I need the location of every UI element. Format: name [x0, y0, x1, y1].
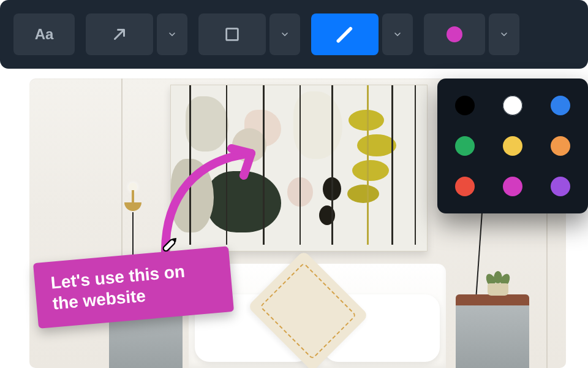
color-swatch-black[interactable] [455, 96, 475, 115]
annotation-text: Let's use this on the website [50, 262, 186, 313]
wall-art-image [170, 85, 428, 251]
color-tool-button[interactable] [424, 13, 485, 55]
decorative-nightstand [456, 294, 529, 368]
color-swatch-purple[interactable] [551, 177, 570, 196]
marker-icon [335, 25, 355, 44]
shape-tool-button[interactable] [198, 13, 266, 55]
arrow-tool-group [86, 13, 187, 55]
selected-color-dot-icon [447, 26, 462, 42]
color-picker-popover [437, 79, 588, 213]
color-swatch-yellow[interactable] [503, 136, 522, 156]
svg-rect-0 [227, 29, 238, 40]
chevron-down-icon [499, 29, 509, 39]
chevron-down-icon [393, 29, 402, 39]
square-outline-icon [224, 26, 241, 43]
chevron-down-icon [280, 29, 290, 39]
draw-tool-button[interactable] [311, 13, 379, 55]
color-swatch-blue[interactable] [551, 96, 570, 115]
shape-tool-group [198, 13, 300, 55]
arrow-tool-dropdown[interactable] [157, 13, 187, 55]
draw-tool-group [311, 13, 413, 55]
shape-tool-dropdown[interactable] [270, 13, 300, 55]
text-tool-label: Aa [35, 26, 54, 43]
color-tool-dropdown[interactable] [489, 13, 519, 55]
color-swatch-green[interactable] [455, 136, 475, 156]
chevron-down-icon [167, 29, 177, 39]
text-tool-button[interactable]: Aa [13, 13, 75, 55]
svg-rect-1 [162, 239, 176, 252]
annotation-toolbar: Aa [0, 0, 588, 69]
color-swatch-white[interactable] [503, 96, 522, 115]
color-swatch-magenta[interactable] [503, 177, 522, 196]
arrow-tool-button[interactable] [86, 13, 153, 55]
color-swatch-orange[interactable] [551, 136, 570, 156]
text-tool-group: Aa [13, 13, 75, 55]
arrow-up-right-icon [110, 25, 129, 44]
decorative-plant [484, 266, 512, 296]
color-swatch-red[interactable] [455, 177, 475, 196]
draw-tool-dropdown[interactable] [382, 13, 413, 55]
color-tool-group [424, 13, 519, 55]
